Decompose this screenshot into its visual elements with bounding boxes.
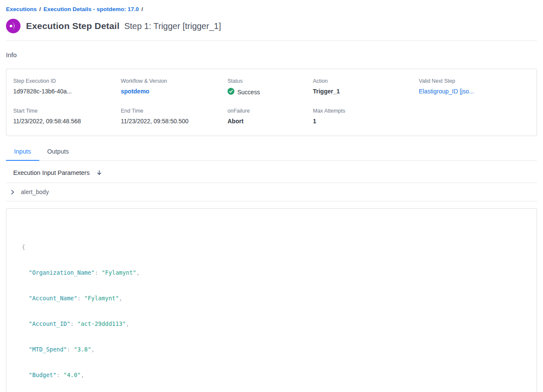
json-line: "Account_Name": "Fylamynt",	[22, 294, 521, 302]
json-line: "Budget": "4.0",	[22, 371, 521, 379]
info-field-label: Start Time	[13, 108, 121, 114]
json-viewer: { "Organization_Name": "Fylamynt", "Acco…	[22, 226, 521, 392]
tab-inputs[interactable]: Inputs	[6, 143, 39, 161]
info-field-onfailure: onFailure Abort	[228, 108, 313, 125]
json-comma: ,	[119, 295, 123, 302]
info-field-max-attempts: Max Attempts 1	[313, 108, 419, 125]
chevron-right-icon[interactable]	[10, 189, 15, 195]
status-text: Success	[237, 89, 260, 96]
fylamynt-logo-icon	[6, 19, 20, 33]
info-field-step-execution-id: Step Execution ID 1d97828c-13b6-40a...	[13, 78, 121, 96]
json-comma: ,	[81, 372, 84, 378]
info-card: Step Execution ID 1d97828c-13b6-40a... W…	[6, 69, 537, 136]
info-field-label: Valid Next Step	[419, 78, 530, 84]
breadcrumb-link-executions[interactable]: Executions	[6, 6, 37, 12]
info-field-value: 1	[313, 118, 419, 125]
info-grid: Step Execution ID 1d97828c-13b6-40a... W…	[13, 78, 530, 125]
execution-input-parameters-title: Execution Input Parameters	[13, 169, 90, 176]
execution-input-parameters-header: Execution Input Parameters	[6, 161, 537, 183]
json-comma: ,	[126, 320, 129, 327]
params-list: alert_body { "Organization_Name": "Fylam…	[6, 183, 537, 392]
info-field-workflow-version: Workflow & Version spotdemo	[121, 78, 228, 96]
json-line: "Organization_Name": "Fylamynt",	[22, 268, 521, 277]
json-value: "4.0"	[64, 372, 81, 378]
json-line: "MTD_Spend": "3.8",	[22, 345, 521, 354]
param-row-alert-body[interactable]: alert_body	[6, 183, 537, 201]
json-key: "MTD_Spend"	[29, 346, 67, 353]
json-colon: :	[67, 346, 74, 353]
info-field-label: Action	[313, 78, 419, 84]
json-comma: ,	[136, 269, 140, 276]
json-colon: :	[70, 320, 77, 327]
json-value: "Fylamynt"	[102, 269, 136, 276]
info-field-value: Abort	[228, 118, 313, 125]
json-colon: :	[77, 295, 84, 302]
json-key: "Account_Name"	[29, 295, 77, 302]
info-field-value: 11/23/2022, 09:58:50.500	[121, 118, 228, 125]
info-section-title: Info	[6, 51, 537, 58]
breadcrumb-separator: /	[141, 6, 143, 12]
breadcrumb-link-execution-details[interactable]: Execution Details - spotdemo: 17.0	[44, 6, 139, 12]
info-field-end-time: End Time 11/23/2022, 09:58:50.500	[121, 108, 228, 125]
info-field-start-time: Start Time 11/23/2022, 09:58:48.568	[13, 108, 121, 125]
info-field-value: Trigger_1	[313, 88, 419, 95]
status-badge: Success	[228, 88, 313, 96]
param-section-alert-body: alert_body { "Organization_Name": "Fylam…	[6, 183, 537, 392]
alert-body-value-panel: { "Organization_Name": "Fylamynt", "Acco…	[6, 208, 537, 392]
json-key: "Budget"	[29, 372, 56, 378]
info-field-value: 1d97828c-13b6-40a...	[13, 88, 121, 95]
json-value: "Fylamynt"	[84, 295, 119, 302]
title-group: Execution Step Detail Step 1: Trigger [t…	[26, 21, 221, 31]
info-field-label: End Time	[121, 108, 228, 114]
param-name: alert_body	[21, 189, 49, 195]
json-value: "act-29ddd113"	[77, 320, 126, 327]
info-field-label: Workflow & Version	[121, 78, 228, 84]
json-value: "3.8"	[74, 346, 91, 353]
info-field-value: 11/23/2022, 09:58:48.568	[13, 118, 121, 125]
json-key: "Organization_Name"	[29, 269, 94, 276]
tab-outputs[interactable]: Outputs	[39, 143, 77, 160]
json-open-brace: {	[22, 244, 25, 250]
info-field-status: Status Success	[228, 78, 313, 96]
info-field-label: Step Execution ID	[13, 78, 121, 84]
page-header: Execution Step Detail Step 1: Trigger [t…	[6, 19, 537, 41]
json-key: "Account_ID"	[29, 320, 70, 327]
info-field-empty	[419, 108, 530, 125]
json-comma: ,	[91, 346, 95, 353]
json-colon: :	[95, 269, 102, 276]
valid-next-step-link[interactable]: Elastigroup_ID [jso...	[419, 88, 530, 95]
info-field-label: Status	[228, 78, 313, 84]
json-line: {	[22, 243, 521, 251]
success-check-icon	[228, 88, 234, 96]
workflow-link[interactable]: spotdemo	[121, 88, 228, 95]
collapse-all-arrow-down-icon[interactable]	[96, 170, 102, 176]
json-line: "Account_ID": "act-29ddd113",	[22, 319, 521, 328]
info-field-label: Max Attempts	[313, 108, 419, 114]
page: Executions/Execution Details - spotdemo:…	[0, 0, 543, 392]
page-title: Execution Step Detail	[26, 21, 120, 31]
page-subtitle: Step 1: Trigger [trigger_1]	[124, 21, 221, 31]
info-field-label: onFailure	[228, 108, 313, 114]
tab-bar: Inputs Outputs	[6, 143, 537, 161]
breadcrumb-separator: /	[39, 6, 41, 12]
json-colon: :	[56, 372, 63, 378]
info-field-valid-next-step: Valid Next Step Elastigroup_ID [jso...	[419, 78, 530, 96]
info-field-action: Action Trigger_1	[313, 78, 419, 96]
breadcrumb: Executions/Execution Details - spotdemo:…	[6, 6, 537, 12]
